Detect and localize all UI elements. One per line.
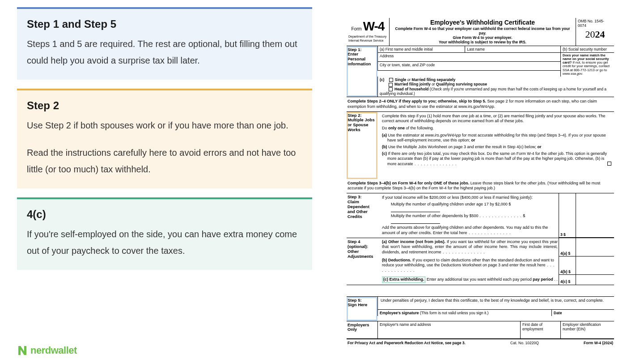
- explainer-column: Step 1 and Step 5 Steps 1 and 5 are requ…: [17, 7, 312, 279]
- dept-irs: Internal Revenue Service: [348, 39, 387, 42]
- form-word: Form: [352, 26, 362, 32]
- step-3-body: If your total income will be $200,000 or…: [377, 193, 559, 238]
- form-sub-1: Complete Form W-4 so that your employer …: [392, 26, 573, 35]
- card-4c: 4(c) If you're self-employed on the side…: [17, 197, 312, 270]
- card-step-2: Step 2 Use Step 2 if both spouses work o…: [17, 89, 312, 188]
- footer-catno: Cat. No. 10220Q: [510, 341, 539, 345]
- checkbox-two-jobs[interactable]: [607, 162, 611, 166]
- step-1-label: Step 1: Enter Personal Information: [347, 46, 377, 97]
- note-steps-2-4: Complete Steps 2–4 ONLY if they apply to…: [347, 97, 614, 111]
- line-3-label: 3 $: [559, 193, 576, 238]
- city-field[interactable]: City or town, state, and ZIP code: [377, 62, 560, 71]
- step-5-label: Step 5:Sign Here: [347, 297, 377, 321]
- step-1-row: Step 1: Enter Personal Information (a) F…: [347, 46, 614, 98]
- step-5-row: Step 5:Sign Here Under penalties of perj…: [347, 296, 614, 321]
- nerdwallet-logo: nerdwallet: [17, 345, 77, 356]
- filing-status-group: (c) Single or Married filing separately …: [377, 77, 614, 97]
- form-year: 2024: [578, 29, 612, 40]
- checkbox-hoh[interactable]: [389, 87, 393, 91]
- line-3-amount[interactable]: [576, 193, 614, 238]
- footer-privacy: For Privacy Act and Paperwork Reduction …: [347, 341, 466, 345]
- step-2-row: Step 2: Multiple Jobs or Spouse Works Co…: [347, 111, 614, 179]
- ssn-field[interactable]: (b) Social security number: [560, 46, 614, 52]
- address-field[interactable]: Address: [377, 53, 560, 62]
- step-2-body: Complete this step if you (1) hold more …: [377, 112, 614, 179]
- first-name-field[interactable]: (a) First name and middle initial: [377, 46, 465, 52]
- line-4b-amount[interactable]: [576, 256, 614, 275]
- line-4c-amount[interactable]: [576, 275, 614, 285]
- brand-text: nerdwallet: [30, 345, 77, 356]
- s3-kids-amount[interactable]: [391, 208, 440, 212]
- step-3-label: Step 3:Claim Dependent and Other Credits: [347, 193, 377, 238]
- ein-field[interactable]: Employer identification number (EIN): [560, 321, 614, 338]
- step-4-label: Step 4 (optional):Other Adjustments: [347, 238, 377, 285]
- step-5-body: Under penalties of perjury, I declare th…: [377, 297, 614, 321]
- card-title: Step 1 and Step 5: [27, 18, 302, 30]
- step-2-label: Step 2: Multiple Jobs or Spouse Works: [347, 112, 377, 179]
- step-1-fields: (a) First name and middle initial Last n…: [377, 46, 614, 97]
- line-4b-label: 4(b) $: [559, 256, 576, 275]
- date-field[interactable]: Date: [551, 310, 614, 316]
- form-sub-2: Give Form W-4 to your employer.: [392, 35, 573, 40]
- omb-number: OMB No. 1545-0074: [578, 19, 612, 28]
- form-title: Employee's Withholding Certificate: [392, 19, 573, 26]
- form-header-center: Employee's Withholding Certificate Compl…: [390, 18, 576, 46]
- line-4c-label: 4(c) $: [559, 275, 576, 285]
- step-4-row: Step 4 (optional):Other Adjustments (a) …: [347, 238, 614, 285]
- form-header-right: OMB No. 1545-0074 2024: [576, 18, 614, 46]
- employers-only-row: Employers Only Employer's name and addre…: [347, 321, 614, 339]
- card-body: If you're self-employed on the side, you…: [27, 226, 302, 259]
- w4-form: Form W-4 Department of the Treasury Inte…: [347, 18, 614, 345]
- footer-formid: Form W-4 (2024): [584, 341, 613, 345]
- form-header-left: Form W-4 Department of the Treasury Inte…: [347, 18, 390, 46]
- form-sub-3: Your withholding is subject to review by…: [392, 40, 573, 44]
- signature-field[interactable]: Employee's signature (This form is not v…: [377, 310, 551, 316]
- form-header: Form W-4 Department of the Treasury Inte…: [347, 18, 614, 46]
- employers-only-label: Employers Only: [347, 321, 377, 338]
- dept-treasury: Department of the Treasury: [348, 35, 387, 38]
- form-code: W-4: [363, 19, 385, 33]
- line-4a-label: 4(a) $: [559, 238, 576, 256]
- card-body-2: Read the instructions carefully here to …: [27, 145, 302, 178]
- nerdwallet-icon: [17, 345, 28, 356]
- form-footer: For Privacy Act and Paperwork Reduction …: [347, 339, 614, 345]
- card-title: 4(c): [27, 208, 302, 221]
- s3-other-amount[interactable]: [391, 219, 440, 224]
- card-body: Steps 1 and 5 are required. The rest are…: [27, 36, 302, 69]
- employer-name-field[interactable]: Employer's name and address: [377, 321, 520, 338]
- step-3-row: Step 3:Claim Dependent and Other Credits…: [347, 193, 614, 238]
- note-steps-3-4b: Complete Steps 3–4(b) on Form W-4 for on…: [347, 179, 614, 193]
- last-name-field[interactable]: Last name: [465, 46, 560, 52]
- card-step-1-5: Step 1 and Step 5 Steps 1 and 5 are requ…: [17, 7, 312, 80]
- card-title: Step 2: [27, 99, 302, 112]
- line-4a-amount[interactable]: [576, 238, 614, 256]
- card-body-1: Use Step 2 if both spouses work or if yo…: [27, 117, 302, 134]
- ssa-note: Does your name match the name on your so…: [560, 53, 614, 77]
- first-date-field[interactable]: First date of employment: [520, 321, 560, 338]
- step-4-body: (a) Other income (not from jobs). If you…: [377, 238, 614, 285]
